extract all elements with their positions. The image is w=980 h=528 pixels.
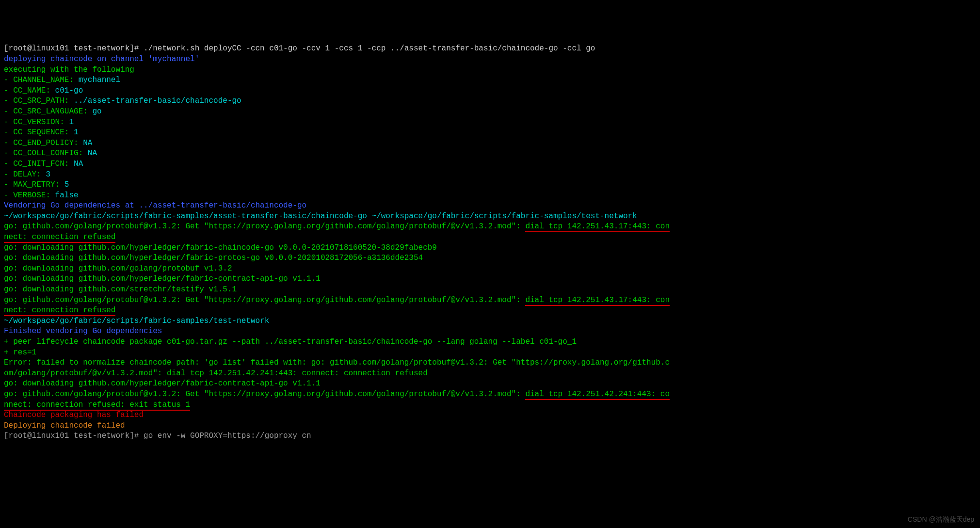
watermark-text: CSDN @浩瀚蓝天dep <box>908 515 974 517</box>
param-key: CC_SRC_PATH: <box>13 96 69 105</box>
param-val: false <box>50 191 79 200</box>
param-dash: - <box>4 139 13 147</box>
workspace-path: ~/workspace/go/fabric/scripts/fabric-sam… <box>4 316 976 327</box>
param-dash: - <box>4 86 13 95</box>
param-key: CC_END_POLICY: <box>13 139 78 147</box>
packaging-failed: Chaincode packaging has failed <box>4 410 976 421</box>
param-dash: - <box>4 128 13 137</box>
param-key: MAX_RETRY: <box>13 180 60 189</box>
command-text: go env -w GOPROXY=https://goproxy cn <box>144 432 311 440</box>
peer-command: + peer lifecycle chaincode package c01-g… <box>4 337 976 348</box>
param-dash: - <box>4 118 13 127</box>
param-dash: - <box>4 160 13 168</box>
param-key: CC_INIT_FCN: <box>13 160 69 168</box>
param-val: c01-go <box>50 86 83 95</box>
error-highlight: nect: connection refused <box>4 306 115 316</box>
terminal-output[interactable]: [root@linux101 test-network]# ./network.… <box>4 44 976 442</box>
go-error-prefix: go: github.com/golang/protobuf@v1.3.2: G… <box>4 296 525 304</box>
param-key: VERBOSE: <box>13 191 50 200</box>
param-key: DELAY: <box>13 170 41 179</box>
res-line: + res=1 <box>4 348 976 358</box>
status-line: executing with the following <box>4 65 976 76</box>
download-line: go: downloading github.com/hyperledger/f… <box>4 243 976 254</box>
param-val: go <box>88 107 102 116</box>
param-val: mychannel <box>74 76 120 84</box>
param-dash: - <box>4 107 13 116</box>
param-val: 5 <box>60 180 69 189</box>
download-line: go: downloading github.com/hyperledger/f… <box>4 274 976 285</box>
error-highlight: dial tcp 142.251.43.17:443: con <box>525 296 670 306</box>
download-line: go: downloading github.com/golang/protob… <box>4 264 976 274</box>
param-val: ../asset-transfer-basic/chaincode-go <box>69 96 241 105</box>
param-key: CC_NAME: <box>13 86 50 95</box>
error-highlight: nect: connection refused <box>4 233 115 243</box>
param-val: 1 <box>69 128 78 137</box>
param-val: 3 <box>41 170 50 179</box>
status-line: deploying chaincode on channel 'mychanne… <box>4 54 976 65</box>
param-key: CC_SRC_LANGUAGE: <box>13 107 88 116</box>
finished-vendoring: Finished vendoring Go dependencies <box>4 326 976 337</box>
param-dash: - <box>4 191 13 200</box>
param-val: NA <box>79 139 93 147</box>
go-error-prefix: go: github.com/golang/protobuf@v1.3.2: G… <box>4 222 525 231</box>
param-dash: - <box>4 180 13 189</box>
param-dash: - <box>4 96 13 105</box>
param-key: CC_COLL_CONFIG: <box>13 149 83 158</box>
command-text: ./network.sh deployCC -ccn c01-go -ccv 1… <box>144 44 595 53</box>
shell-prompt: [root@linux101 test-network]# <box>4 432 144 440</box>
workspace-path: ~/workspace/go/fabric/scripts/fabric-sam… <box>4 211 976 222</box>
deploying-failed: Deploying chaincode failed <box>4 421 976 432</box>
error-highlight: dial tcp 142.251.43.17:443: con <box>525 222 670 232</box>
param-dash: - <box>4 149 13 158</box>
download-line: go: downloading github.com/hyperledger/f… <box>4 379 976 389</box>
go-error-prefix: go: github.com/golang/protobuf@v1.3.2: G… <box>4 390 525 399</box>
error-normalize: Error: failed to normalize chaincode pat… <box>4 358 976 368</box>
shell-prompt: [root@linux101 test-network]# <box>4 44 144 53</box>
param-key: CC_SEQUENCE: <box>13 128 69 137</box>
param-val: 1 <box>64 118 74 127</box>
error-highlight: dial tcp 142.251.42.241:443: co <box>525 390 670 400</box>
vendoring-line: Vendoring Go dependencies at ../asset-tr… <box>4 201 976 211</box>
error-highlight: nnect: connection refused: exit status 1 <box>4 400 190 411</box>
param-dash: - <box>4 76 13 84</box>
param-key: CHANNEL_NAME: <box>13 76 74 84</box>
param-dash: - <box>4 170 13 179</box>
error-normalize: om/golang/protobuf/@v/v1.3.2.mod": dial … <box>4 368 976 379</box>
param-val: NA <box>69 160 83 168</box>
param-val: NA <box>83 149 97 158</box>
download-line: go: downloading github.com/hyperledger/f… <box>4 253 976 264</box>
param-key: CC_VERSION: <box>13 118 64 127</box>
download-line: go: downloading github.com/stretchr/test… <box>4 285 976 295</box>
